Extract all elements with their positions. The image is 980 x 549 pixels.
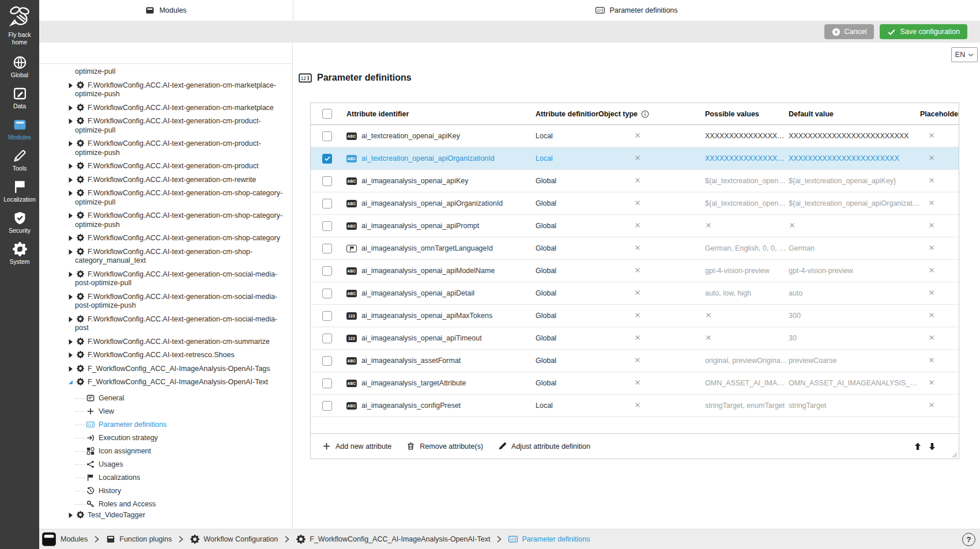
bee-logo-icon[interactable] xyxy=(7,4,32,29)
info-icon xyxy=(641,110,649,118)
sidebar-item-modules[interactable]: Modules xyxy=(0,118,39,141)
table-row[interactable]: ABCai_imageanalysis_assetFormat Global o… xyxy=(311,350,959,372)
cancel-button[interactable]: Cancel xyxy=(824,24,875,39)
tree-subitem-icon-assignment[interactable]: Icon assignment xyxy=(39,445,287,458)
tree-subitem-roles-and-access[interactable]: Roles and Access xyxy=(39,498,287,511)
chevron-right-icon xyxy=(94,536,100,543)
table-row[interactable]: ABCai_imageanalysis_targetAttribute Glob… xyxy=(311,372,959,395)
row-checkbox[interactable] xyxy=(322,244,332,253)
row-checkbox[interactable] xyxy=(322,154,332,164)
gear-icon xyxy=(77,293,84,300)
resize-handle[interactable] xyxy=(950,450,958,457)
tree-connector xyxy=(75,398,85,399)
tree-item-f-workflowconfig-acc-ai-text-generation-cm-shop-category-man[interactable]: F.WorkflowConfig.ACC.AI-text-generation-… xyxy=(39,248,287,266)
select-all-checkbox[interactable] xyxy=(322,109,332,119)
tree-subitem-label: Localizations xyxy=(99,474,140,482)
add-new-attribute-button[interactable]: Add new attribute xyxy=(322,442,391,450)
tab-modules[interactable]: Modules xyxy=(39,0,293,21)
tree-item-f-workflowconfig-acc-ai-text-generation-cm-shop-category-opt[interactable]: F.WorkflowConfig.ACC.AI-text-generation-… xyxy=(39,189,287,207)
tree-item-f-workflowconfig-acc-ai-imageanalysis-openai-tags[interactable]: F_WorkflowConfig_ACC_AI-ImageAnalysis-Op… xyxy=(39,365,287,374)
table-row[interactable]: ai_imageanalysis_omnTargetLanguageId Glo… xyxy=(311,237,959,260)
breadcrumb-item-parameter-definitions[interactable]: 12Parameter definitions xyxy=(508,535,590,544)
row-checkbox[interactable] xyxy=(322,334,332,343)
tab-bar: Modules 12 Parameter definitions xyxy=(39,0,980,21)
adjust-attribute-definition-button[interactable]: Adjust attribute definition xyxy=(498,442,590,450)
sidebar-item-security[interactable]: Security xyxy=(0,211,39,234)
cell-object-type xyxy=(598,199,705,208)
breadcrumb-item-f-workflowconfig-acc-ai-imageanalysis-op[interactable]: F_WorkflowConfig_ACC_AI-ImageAnalysis-Op… xyxy=(296,535,490,544)
tree-item-f-workflowconfig-acc-ai-text-generation-cm-shop-category-opt[interactable]: F.WorkflowConfig.ACC.AI-text-generation-… xyxy=(39,211,287,229)
table-row[interactable]: ABCai_textcreation_openai_apiOrganizatio… xyxy=(311,147,959,170)
move-down-icon[interactable] xyxy=(928,442,937,451)
sidebar-item-global[interactable]: Global xyxy=(0,55,39,78)
help-button[interactable]: ? xyxy=(962,533,975,546)
tree-item-f-workflowconfig-acc-ai-text-generation-cm-social-media-post[interactable]: F.WorkflowConfig.ACC.AI-text-generation-… xyxy=(39,293,287,311)
row-checkbox[interactable] xyxy=(322,131,332,141)
cell-placeholder xyxy=(920,289,959,298)
row-checkbox[interactable] xyxy=(322,176,332,186)
caret-right-icon xyxy=(68,271,73,278)
move-up-icon[interactable] xyxy=(913,442,922,451)
row-checkbox[interactable] xyxy=(322,378,332,388)
tree-item-f-workflowconfig-acc-ai-text-generation-cm-marketplace[interactable]: F.WorkflowConfig.ACC.AI-text-generation-… xyxy=(39,104,287,113)
sidebar-item-label: Modules xyxy=(8,134,31,141)
tree-item-f-workflowconfig-acc-ai-text-generation-cm-product-optimize-[interactable]: F.WorkflowConfig.ACC.AI-text-generation-… xyxy=(39,117,287,135)
tree-header xyxy=(39,43,292,64)
breadcrumb-item-function-plugins[interactable]: Function plugins xyxy=(106,535,172,544)
row-checkbox[interactable] xyxy=(322,266,332,276)
table-row[interactable]: 123ai_imageanalysis_openai_apiTimeout Gl… xyxy=(311,327,959,350)
tree-item-f-workflowconfig-acc-ai-text-retresco-shoes[interactable]: F.WorkflowConfig.ACC.AI-text-retresco.Sh… xyxy=(39,351,287,360)
table-row[interactable]: ABCai_textcreation_openai_apiKey Local X… xyxy=(311,125,959,147)
breadcrumb-item-workflow-configuration[interactable]: Workflow Configuration xyxy=(190,535,278,544)
tree-item-f-workflowconfig-acc-ai-text-generation-cm-marketplace-optim[interactable]: F.WorkflowConfig.ACC.AI-text-generation-… xyxy=(39,81,287,99)
tree-subitem-history[interactable]: History xyxy=(39,484,287,498)
row-checkbox[interactable] xyxy=(322,356,332,366)
chevron-right-icon xyxy=(496,536,502,543)
tree-subitem-localizations[interactable]: Localizations xyxy=(39,471,287,484)
sidebar-item-system[interactable]: System xyxy=(0,242,39,265)
table-row[interactable]: ABCai_imageanalysis_configPreset Local s… xyxy=(311,395,959,417)
row-checkbox[interactable] xyxy=(322,221,332,231)
row-checkbox[interactable] xyxy=(322,401,332,411)
remove-attribute-button[interactable]: Remove attribute(s) xyxy=(406,442,483,450)
tree-item-f-workflowconfig-acc-ai-text-generation-cm-social-media-post[interactable]: F.WorkflowConfig.ACC.AI-text-generation-… xyxy=(39,315,287,333)
tree-item-f-workflowconfig-acc-ai-text-generation-cm-social-media-post[interactable]: F.WorkflowConfig.ACC.AI-text-generation-… xyxy=(39,270,287,288)
tree-subitem-usages[interactable]: Usages xyxy=(39,458,287,471)
tree-connector xyxy=(75,478,85,478)
table-row[interactable]: ABCai_imageanalysis_openai_apiModelName … xyxy=(311,260,959,282)
table-row[interactable]: ABCai_imageanalysis_openai_apiKey Global… xyxy=(311,170,959,192)
tree-item-f-workflowconfig-acc-ai-text-generation-cm-product-optimize-[interactable]: F.WorkflowConfig.ACC.AI-text-generation-… xyxy=(39,139,287,157)
table-row[interactable]: 123ai_imageanalysis_openai_apiMaxTokens … xyxy=(311,305,959,327)
text-badge-icon: ABC xyxy=(346,357,357,365)
tree-subitem-view[interactable]: View xyxy=(39,405,287,418)
tree-subitem-general[interactable]: General xyxy=(39,392,287,405)
tree-item-f-workflowconfig-acc-ai-text-generation-cm-rewrite[interactable]: F.WorkflowConfig.ACC.AI-text-generation-… xyxy=(39,176,287,185)
tree-item-f-workflowconfig-acc-ai-imageanalysis-openai-text[interactable]: F_WorkflowConfig_ACC_AI-ImageAnalysis-Op… xyxy=(39,378,287,387)
tree-item-f-workflowconfig-acc-ai-text-generation-cm-product[interactable]: F.WorkflowConfig.ACC.AI-text-generation-… xyxy=(39,162,287,171)
tree-item-f-workflowconfig-acc-ai-text-generation-cm-shop-category[interactable]: F.WorkflowConfig.ACC.AI-text-generation-… xyxy=(39,234,287,243)
table-row[interactable]: ABCai_imageanalysis_openai_apiPrompt Glo… xyxy=(311,215,959,237)
tree-subitem-parameter-definitions[interactable]: 12Parameter definitions xyxy=(39,418,287,431)
save-configuration-button[interactable]: Save configuration xyxy=(880,24,967,39)
tab-parameter-definitions[interactable]: 12 Parameter definitions xyxy=(293,0,980,21)
language-selector[interactable]: EN xyxy=(951,47,978,62)
row-checkbox[interactable] xyxy=(322,311,332,321)
sidebar-item-localization[interactable]: Localization xyxy=(0,180,39,203)
sidebar-item-data[interactable]: Data xyxy=(0,86,39,109)
tree-item-test-videotagger[interactable]: Test_VideoTagger xyxy=(39,511,287,520)
tree-item-f-workflowconfig-acc-ai-text-generation-cm-summarize[interactable]: F.WorkflowConfig.ACC.AI-text-generation-… xyxy=(39,338,287,347)
cell-possible-values: ${ai_textcreation_open… xyxy=(705,177,789,185)
cell-object-type xyxy=(598,267,705,275)
sidebar-item-label: Global xyxy=(11,71,28,78)
tree-item-continuation[interactable]: optimize-pull xyxy=(39,67,287,77)
tree-subitem-execution-strategy[interactable]: Execution strategy xyxy=(39,431,287,445)
row-checkbox[interactable] xyxy=(322,199,332,209)
table-row[interactable]: ABCai_imageanalysis_openai_apiDetail Glo… xyxy=(311,282,959,305)
breadcrumb-item-modules[interactable]: Modules xyxy=(42,532,88,547)
table-row[interactable]: ABCai_imageanalysis_openai_apiOrganizati… xyxy=(311,192,959,215)
tree-subitem-label: Icon assignment xyxy=(99,447,151,455)
data-edit-icon xyxy=(13,86,27,101)
row-checkbox[interactable] xyxy=(322,289,332,298)
sidebar-item-tools[interactable]: Tools xyxy=(0,149,39,172)
none-x-icon xyxy=(634,222,641,229)
